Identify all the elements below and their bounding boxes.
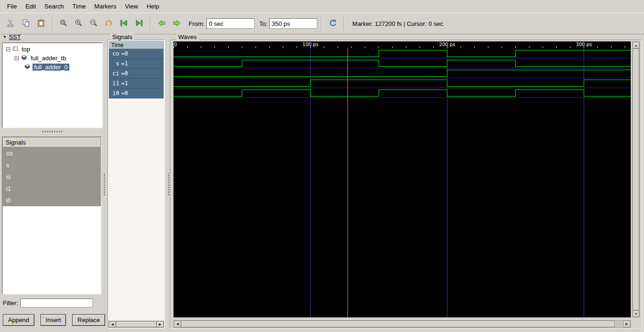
scroll-left-icon[interactable]: ◀ [109, 321, 116, 327]
scroll-right-icon[interactable]: ▶ [157, 321, 164, 327]
menu-file[interactable]: File [3, 0, 21, 12]
expander-triangle-icon: ▼ [3, 35, 7, 39]
signals-hscrollbar[interactable]: ◀ ▶ [108, 321, 164, 328]
signal-row-s[interactable]: s=1 [109, 59, 164, 69]
menu-help[interactable]: Help [142, 0, 164, 12]
tree-item-top[interactable]: top [2, 45, 102, 54]
filter-label: Filter: [3, 300, 18, 307]
tree-item-full-adder-tb[interactable]: full_adder_tb [2, 54, 102, 63]
signals-list-title: Signals [6, 139, 26, 146]
shift-right-button[interactable] [170, 16, 184, 31]
from-input[interactable] [206, 18, 255, 29]
waves-frame-label: Waves [176, 33, 198, 40]
time-header: Time [109, 41, 164, 49]
signal-list-item-i0[interactable]: i0 [2, 194, 101, 206]
toolbar-separator [150, 17, 151, 30]
append-button[interactable]: Append [3, 314, 34, 326]
zoom-out-button[interactable] [87, 16, 101, 31]
wave-display[interactable]: 0100 ps200 ps300 ps [173, 41, 631, 317]
gtkwave-window: File Edit Search Time Markers View Help … [0, 0, 644, 332]
arrow-right-icon [172, 18, 182, 29]
pane-resize-handle-right[interactable] [168, 173, 169, 195]
toolbar-separator [52, 17, 53, 30]
to-label: To: [259, 20, 267, 27]
signal-value: =0 [121, 90, 128, 97]
scroll-right-icon[interactable]: ▶ [623, 321, 630, 327]
time-header-label: Time [111, 42, 124, 49]
signal-list-item-co[interactable]: co [2, 147, 101, 159]
scroll-up-icon[interactable]: ▲ [633, 42, 639, 49]
to-input[interactable] [269, 18, 317, 29]
filter-input[interactable] [20, 299, 93, 308]
menu-edit[interactable]: Edit [21, 0, 40, 12]
scrollbar-thumb[interactable] [116, 321, 157, 327]
tree-expander-icon[interactable] [15, 55, 19, 62]
signal-value: =0 [121, 50, 128, 57]
zoom-fit-icon [59, 18, 68, 29]
menu-time[interactable]: Time [68, 0, 90, 12]
module-icon [21, 55, 27, 62]
zoom-fit-button[interactable] [57, 16, 71, 31]
reload-icon [328, 18, 338, 29]
menu-view[interactable]: View [121, 0, 142, 12]
signal-row-ci[interactable]: ci=0 [109, 69, 164, 79]
signal-list-item-ci[interactable]: ci [2, 171, 101, 183]
arrow-left-icon [157, 18, 166, 29]
signal-row-i0[interactable]: i0=0 [109, 89, 164, 98]
zoom-in-icon [74, 18, 83, 29]
signals-list-header: Signals [2, 137, 101, 147]
go-to-end-icon [134, 18, 144, 29]
scroll-down-icon[interactable]: ▼ [633, 310, 639, 317]
signal-name: i1 [109, 80, 119, 87]
signal-list-item-s[interactable]: s [2, 159, 101, 171]
sst-button-row: Append Insert Replace [3, 314, 105, 326]
go-to-start-icon [119, 18, 129, 29]
tree-item-full-adder-0[interactable]: full_adder_0 [2, 63, 102, 72]
filter-row: Filter: [3, 299, 93, 308]
scrollbar-thumb[interactable] [633, 49, 639, 310]
from-label: From: [189, 20, 205, 27]
signal-row-i1[interactable]: i1=1 [109, 79, 164, 89]
fetch-end-button[interactable] [132, 16, 146, 31]
svg-text:300 ps: 300 ps [576, 42, 592, 47]
tree-expander-icon[interactable] [6, 46, 10, 53]
menu-bar: File Edit Search Time Markers View Help [0, 0, 644, 13]
sst-expander[interactable]: ▼ SST [3, 33, 21, 40]
signal-list-item-i1[interactable]: i1 [2, 183, 101, 194]
menu-markers[interactable]: Markers [90, 0, 121, 12]
tree-item-label-selected: full_adder_0 [33, 64, 69, 71]
pane-resize-handle-left[interactable] [104, 173, 105, 195]
insert-button[interactable]: Insert [41, 314, 66, 326]
svg-text:100 ps: 100 ps [303, 42, 319, 47]
zoom-undo-button[interactable] [102, 16, 116, 31]
signal-value: =1 [121, 80, 128, 87]
toolbar-separator [344, 17, 345, 30]
reload-button[interactable] [326, 16, 340, 31]
toolbar-separator [321, 17, 322, 30]
signal-name: s [109, 60, 119, 67]
scroll-left-icon[interactable]: ◀ [174, 321, 181, 327]
paste-button[interactable] [34, 16, 48, 31]
shift-left-button[interactable] [155, 16, 169, 31]
svg-text:0: 0 [174, 42, 177, 47]
zoom-in-button[interactable] [72, 16, 86, 31]
cut-button[interactable] [4, 16, 18, 31]
horizontal-resize-handle[interactable] [42, 131, 63, 132]
toolbar: From: To: Marker: 127200 fs | Cursor: 0 … [0, 13, 644, 34]
scrollbar-thumb[interactable] [181, 321, 615, 327]
module-icon [24, 64, 31, 71]
zoom-undo-icon [104, 18, 114, 29]
fetch-start-button[interactable] [117, 16, 131, 31]
signals-frame-label: Signals [110, 33, 134, 40]
tree-item-label: full_adder_tb [29, 55, 67, 62]
replace-button[interactable]: Replace [72, 314, 105, 326]
scissors-icon [6, 18, 16, 29]
signal-row-co[interactable]: co=0 [109, 49, 164, 59]
scope-icon [12, 46, 18, 53]
waves-hscrollbar[interactable]: ◀ ▶ [173, 320, 631, 328]
menu-search[interactable]: Search [40, 0, 68, 12]
copy-button[interactable] [19, 16, 33, 31]
signal-name: co [109, 50, 119, 57]
waves-vscrollbar[interactable]: ▲ ▼ [632, 41, 640, 317]
sst-signals-box: Signals co s ci i1 i0 [2, 137, 101, 294]
